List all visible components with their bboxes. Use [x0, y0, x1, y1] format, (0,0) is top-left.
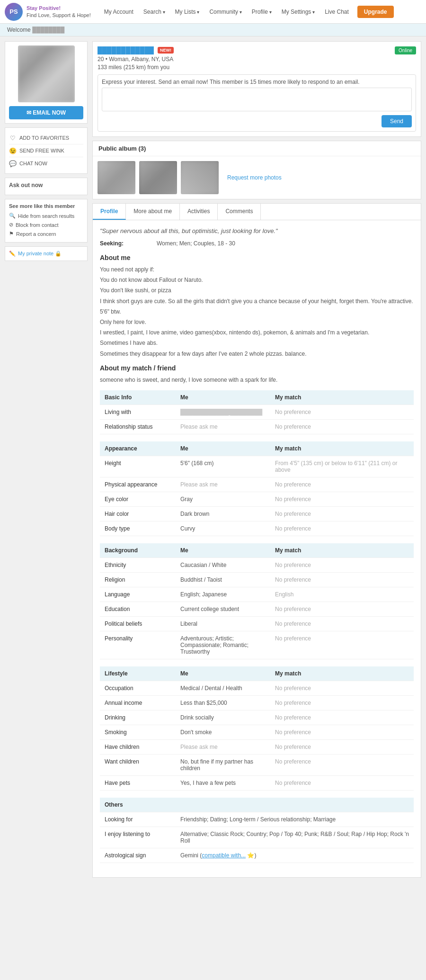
profile-tabs-section: Profile More about me Activities Comment… [92, 203, 421, 878]
message-hint: Express your interest. Send an email now… [102, 79, 412, 85]
request-photos-link[interactable]: Request more photos [227, 174, 282, 181]
others-header-row: Others [100, 798, 414, 812]
album-photo-3[interactable] [181, 161, 219, 194]
age-info: 20 • Woman, Albany, NY, USA [98, 56, 416, 63]
heart-icon: ♡ [9, 134, 17, 142]
about-me-title: About me [100, 254, 414, 261]
tab-comments[interactable]: Comments [218, 204, 261, 220]
seeking-label: Seeking: [100, 240, 157, 247]
album-section: Public album (3) Request more photos [92, 141, 421, 199]
logo: PS Stay Positive! Find Love, Support & H… [5, 3, 91, 21]
table-row: Looking for Friendship; Dating; Long-ter… [100, 812, 414, 827]
hide-icon: 🔍 [9, 213, 16, 219]
table-row: Want children No, but fine if my partner… [100, 754, 414, 775]
welcome-bar: Welcome ████████ [0, 24, 426, 36]
sidebar-actions: ♡ ADD TO FAVORITES 😉 SEND FREE WINK 💬 CH… [5, 127, 88, 174]
profile-photo-box: ✉ EMAIL NOW [5, 41, 88, 124]
report-icon: ⚑ [9, 231, 14, 237]
table-row: Religion Buddhist / Taoist No preference [100, 572, 414, 587]
online-badge: Online [395, 46, 416, 54]
seeking-value: Women; Men; Couples, 18 - 30 [157, 240, 235, 247]
table-row: Relationship status Please ask me No pre… [100, 419, 414, 434]
profile-photo [18, 45, 75, 102]
about-match-text: someone who is sweet, and nerdy, I love … [100, 376, 414, 385]
table-row: Astrological sign Gemini (compatible wit… [100, 848, 414, 863]
nav-my-settings[interactable]: My Settings [278, 6, 319, 18]
new-badge: NEW! [158, 47, 174, 54]
compatible-with-link[interactable]: compatible with... [202, 852, 246, 859]
photo-blur [18, 45, 75, 102]
main-content: Online ████████████ NEW! 20 • Woman, Alb… [92, 41, 421, 878]
background-table: Background Me My match Ethnicity Caucasi… [100, 543, 414, 659]
table-row: Drinking Drink socially No preference [100, 710, 414, 725]
block-icon: ⊘ [9, 222, 13, 228]
chat-icon: 💬 [9, 160, 17, 167]
profile-header: Online ████████████ NEW! 20 • Woman, Alb… [92, 41, 421, 137]
see-more-section: See more like this member 🔍 Hide from se… [5, 199, 88, 243]
lifestyle-header-row: Lifestyle Me My match [100, 666, 414, 681]
send-button[interactable]: Send [382, 115, 412, 127]
table-row: Political beliefs Liberal No preference [100, 616, 414, 631]
profile-tab-content: "Super nervous about all this, but optim… [93, 220, 421, 877]
table-row: I enjoy listening to Alternative; Classi… [100, 827, 414, 848]
header: PS Stay Positive! Find Love, Support & H… [0, 0, 426, 24]
tab-profile[interactable]: Profile [93, 204, 126, 220]
about-match-title: About my match / friend [100, 364, 414, 372]
basic-info-header-row: Basic Info Me My match [100, 390, 414, 405]
hide-from-search-link[interactable]: 🔍 Hide from search results [9, 211, 83, 220]
tab-activities[interactable]: Activities [180, 204, 218, 220]
background-header-row: Background Me My match [100, 543, 414, 558]
album-content: Request more photos [93, 156, 421, 199]
sidebar: ✉ EMAIL NOW ♡ ADD TO FAVORITES 😉 SEND FR… [5, 41, 88, 878]
table-row: Education Current college student No pre… [100, 602, 414, 616]
chat-now-button[interactable]: 💬 CHAT NOW [9, 157, 83, 170]
nav-search[interactable]: Search [140, 6, 169, 18]
table-row: Body type Curvy No preference [100, 521, 414, 536]
tabs-header: Profile More about me Activities Comment… [93, 204, 421, 220]
tab-more-about-me[interactable]: More about me [126, 204, 180, 220]
main-container: ✉ EMAIL NOW ♡ ADD TO FAVORITES 😉 SEND FR… [0, 36, 426, 882]
email-now-button[interactable]: ✉ EMAIL NOW [9, 106, 83, 119]
note-icon: ✏️ [9, 251, 16, 257]
table-row: Have children Please ask me No preferenc… [100, 739, 414, 754]
username: ████████████ [98, 46, 154, 54]
basic-info-table: Basic Info Me My match Living with █████… [100, 390, 414, 434]
logo-text: Stay Positive! Find Love, Support & Hope… [27, 5, 91, 18]
private-note-button[interactable]: ✏️ My private note 🔒 [5, 246, 88, 261]
upgrade-button[interactable]: Upgrade [357, 6, 394, 18]
table-row: Annual income Less than $25,000 No prefe… [100, 695, 414, 710]
table-row: Smoking Don't smoke No preference [100, 725, 414, 739]
table-row: Height 5'6" (168 cm) From 4'5" (135 cm) … [100, 456, 414, 477]
message-box: Express your interest. Send an email now… [98, 74, 416, 132]
star-icon: ⭐ [247, 852, 254, 859]
album-title: Public album (3) [93, 141, 421, 156]
add-to-favorites-button[interactable]: ♡ ADD TO FAVORITES [9, 132, 83, 144]
nav-my-lists[interactable]: My Lists [171, 6, 204, 18]
album-photo-1[interactable] [98, 161, 135, 194]
table-row: Have pets Yes, I have a few pets No pref… [100, 775, 414, 790]
distance-info: 133 miles (215 km) from you [98, 64, 416, 71]
logo-icon: PS [5, 3, 23, 21]
table-row: Occupation Medical / Dental / Health No … [100, 681, 414, 695]
appearance-header-row: Appearance Me My match [100, 441, 414, 456]
username-row: ████████████ NEW! [98, 46, 416, 54]
nav-profile[interactable]: Profile [248, 6, 275, 18]
table-row: Living with ████████████ ████████ No pre… [100, 405, 414, 419]
block-contact-link[interactable]: ⊘ Block from contact [9, 220, 83, 229]
nav-my-account[interactable]: My Account [100, 6, 137, 18]
nav-live-chat[interactable]: Live Chat [321, 6, 353, 18]
send-wink-button[interactable]: 😉 SEND FREE WINK [9, 144, 83, 157]
message-input[interactable] [102, 88, 412, 111]
others-table: Others Looking for Friendship; Dating; L… [100, 798, 414, 863]
table-row: Hair color Dark brown No preference [100, 506, 414, 521]
profile-quote: "Super nervous about all this, but optim… [100, 227, 414, 234]
table-row: Physical appearance Please ask me No pre… [100, 477, 414, 492]
wink-icon: 😉 [9, 147, 17, 154]
table-row: Ethnicity Caucasian / White No preferenc… [100, 557, 414, 572]
table-row: Language English; Japanese English [100, 587, 414, 602]
album-photo-2[interactable] [139, 161, 177, 194]
ask-now-section: Ask out now [5, 178, 88, 195]
nav-community[interactable]: Community [205, 6, 245, 18]
report-concern-link[interactable]: ⚑ Report a concern [9, 229, 83, 238]
lifestyle-table: Lifestyle Me My match Occupation Medical… [100, 666, 414, 791]
